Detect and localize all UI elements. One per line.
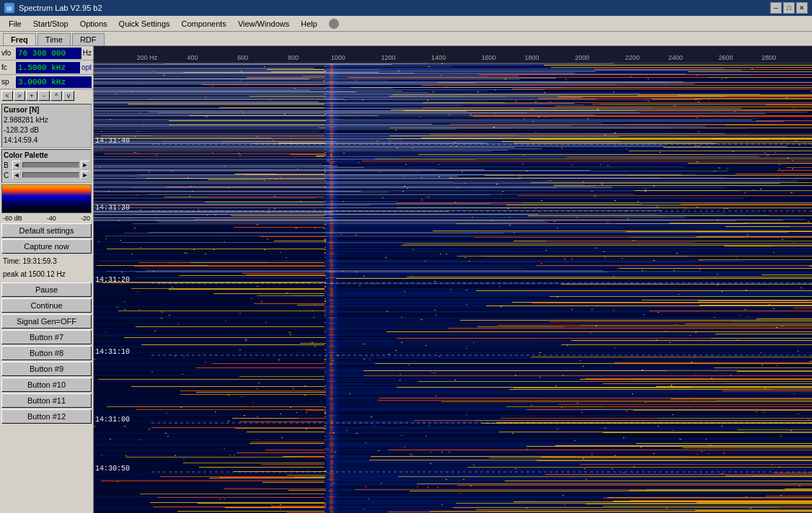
- svg-rect-0: [2, 185, 91, 213]
- color-bar-scale: -60 dB -40 -20: [1, 215, 92, 222]
- sp-label: sp: [1, 78, 16, 86]
- tab-freq[interactable]: Freq: [3, 33, 36, 45]
- nav-minus[interactable]: -: [38, 91, 50, 101]
- peak-display: peak at 1500.12 Hz: [0, 268, 93, 281]
- main: vfo 76 308 000 Hz fc 1.5000 kHz opt sp 3…: [0, 46, 812, 513]
- freq-tick: 1600: [482, 54, 496, 61]
- nav-right[interactable]: >: [14, 91, 25, 101]
- menu-help[interactable]: Help: [295, 18, 323, 30]
- button-12[interactable]: Button #12: [1, 409, 92, 424]
- cursor-freq: 2.988281 kHz: [4, 115, 89, 125]
- continue-button[interactable]: Continue: [1, 298, 92, 313]
- cursor-db: -128.23 dB: [4, 125, 89, 135]
- button-9[interactable]: Button #9: [1, 362, 92, 376]
- tab-rdf[interactable]: RDF: [72, 33, 105, 45]
- frequency-ruler: 200 Hz4006008001000120014001600180020002…: [94, 46, 812, 63]
- fc-value[interactable]: 1.5000 kHz: [16, 62, 80, 73]
- freq-tick: 400: [187, 54, 198, 61]
- cursor-time: 14:14:59.4: [4, 135, 89, 146]
- freq-tick: 1200: [381, 54, 395, 61]
- color-gradient-bar: [1, 184, 92, 213]
- palette-c-left[interactable]: ◄: [12, 171, 21, 179]
- pause-button[interactable]: Pause: [1, 282, 92, 297]
- titlebar: ▤ Spectrum Lab V2.95 b2 ─ □ ✕: [0, 0, 812, 16]
- time-value: 19:31:59.3: [22, 257, 56, 265]
- signal-gen-button[interactable]: Signal Gen=OFF: [1, 314, 92, 329]
- waterfall-canvas: [94, 63, 812, 513]
- freq-tick: 1400: [431, 54, 446, 61]
- freq-tick: 2400: [668, 54, 683, 61]
- menu-components[interactable]: Components: [176, 18, 232, 30]
- waterfall-display[interactable]: [94, 63, 812, 513]
- palette-b-slider[interactable]: [22, 162, 79, 168]
- nav-left[interactable]: <: [1, 91, 13, 101]
- menu-startstop[interactable]: Start/Stop: [27, 18, 74, 30]
- time-display: Time: 19:31:59.3: [0, 255, 93, 268]
- freq-tick: 2600: [719, 54, 733, 61]
- freq-tick: 1800: [525, 54, 539, 61]
- palette-c-slider[interactable]: [22, 172, 79, 178]
- nav-down[interactable]: v: [63, 91, 74, 101]
- nav-up[interactable]: ^: [50, 91, 62, 101]
- fc-label: fc: [1, 63, 16, 71]
- button-8[interactable]: Button #8: [1, 346, 92, 360]
- sidebar: vfo 76 308 000 Hz fc 1.5000 kHz opt sp 3…: [0, 46, 94, 513]
- button-11[interactable]: Button #11: [1, 393, 92, 408]
- freq-tick: 800: [288, 54, 299, 61]
- default-settings-button[interactable]: Default settings: [1, 223, 92, 238]
- palette-c-right[interactable]: ►: [81, 171, 89, 179]
- capture-now-button[interactable]: Capture now: [1, 239, 92, 254]
- signal-indicator: [329, 19, 339, 29]
- titlebar-title: Spectrum Lab V2.95 b2: [19, 4, 102, 12]
- sp-row: sp 3.0000 kHz: [0, 75, 93, 89]
- titlebar-controls[interactable]: ─ □ ✕: [770, 2, 808, 14]
- freq-tick: 2200: [625, 54, 640, 61]
- nav-plus[interactable]: +: [26, 91, 37, 101]
- fc-row: fc 1.5000 kHz opt: [0, 61, 93, 75]
- menu-quicksettings[interactable]: Quick Settings: [113, 18, 176, 30]
- menu-options[interactable]: Options: [74, 18, 113, 30]
- cursor-section: Cursor [N] 2.988281 kHz -128.23 dB 14:14…: [1, 104, 92, 148]
- vfo-label: vfo: [1, 49, 16, 57]
- palette-b-label: B: [4, 161, 12, 169]
- sp-value[interactable]: 3.0000 kHz: [16, 76, 92, 88]
- app-icon: ▤: [4, 3, 14, 13]
- tabbar: Freq Time RDF: [0, 32, 812, 46]
- palette-c-label: C: [4, 171, 12, 179]
- palette-b-left[interactable]: ◄: [12, 161, 21, 169]
- button-7[interactable]: Button #7: [1, 330, 92, 344]
- time-label: Time:: [3, 257, 21, 265]
- freq-tick: 2800: [762, 54, 776, 61]
- button-10[interactable]: Button #10: [1, 378, 92, 392]
- db-scale-high: -20: [81, 215, 90, 222]
- menubar: File Start/Stop Options Quick Settings C…: [0, 16, 812, 32]
- palette-section: Color Palette B ◄ ► C ◄ ►: [1, 149, 92, 183]
- nav-arrows: < > + - ^ v: [0, 89, 93, 102]
- minimize-button[interactable]: ─: [770, 2, 782, 14]
- freq-tick: 600: [237, 54, 248, 61]
- tab-time[interactable]: Time: [37, 33, 71, 45]
- freq-tick: 2000: [575, 54, 589, 61]
- db-scale-low: -60 dB: [3, 215, 22, 222]
- titlebar-left: ▤ Spectrum Lab V2.95 b2: [4, 3, 102, 13]
- palette-title: Color Palette: [4, 151, 89, 159]
- freq-tick: 200 Hz: [137, 54, 158, 61]
- fc-opt[interactable]: opt: [81, 63, 92, 71]
- vfo-value[interactable]: 76 308 000: [16, 48, 81, 59]
- vfo-row: vfo 76 308 000 Hz: [0, 46, 93, 61]
- menu-file[interactable]: File: [3, 18, 27, 30]
- vfo-unit: Hz: [83, 49, 92, 57]
- palette-c-row: C ◄ ►: [4, 171, 89, 179]
- waterfall-content: 200 Hz4006008001000120014001600180020002…: [94, 46, 812, 513]
- close-button[interactable]: ✕: [796, 2, 808, 14]
- freq-tick: 1000: [331, 54, 345, 61]
- cursor-title: Cursor [N]: [4, 106, 89, 114]
- menu-viewwindows[interactable]: View/Windows: [232, 18, 295, 30]
- db-scale-mid: -40: [47, 215, 56, 222]
- palette-b-right[interactable]: ►: [81, 161, 89, 169]
- palette-b-row: B ◄ ►: [4, 161, 89, 169]
- maximize-button[interactable]: □: [783, 2, 795, 14]
